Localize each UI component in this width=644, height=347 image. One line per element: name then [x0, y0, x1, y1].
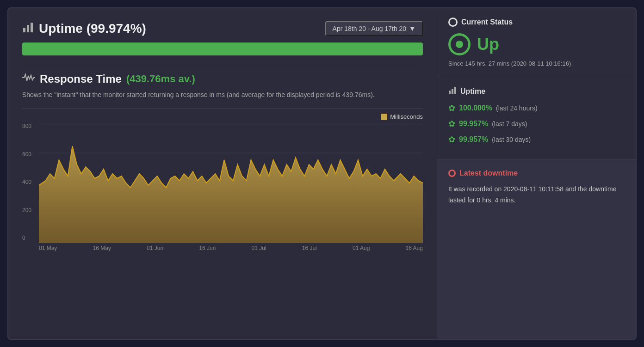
- chart-container: Milliseconds 800 600 400 200 0: [22, 108, 423, 251]
- status-up-icon: [448, 33, 471, 55]
- current-status-title-row: Current Status: [448, 18, 625, 27]
- status-up-row: Up: [448, 33, 625, 55]
- y-label-200: 200: [22, 207, 37, 213]
- stat-period-2: (last 30 days): [492, 136, 531, 143]
- legend-label: Milliseconds: [390, 113, 423, 120]
- y-label-800: 800: [22, 123, 37, 129]
- y-label-600: 600: [22, 151, 37, 158]
- svg-marker-8: [39, 146, 423, 243]
- response-avg: (439.76ms av.): [126, 73, 195, 85]
- date-range-selector[interactable]: Apr 18th 20 - Aug 17th 20 ▼: [325, 21, 423, 36]
- green-star-0: ✿: [448, 103, 455, 113]
- svg-rect-1: [27, 25, 29, 32]
- bar-chart-icon: [22, 21, 34, 36]
- svg-rect-9: [449, 91, 451, 94]
- svg-rect-10: [452, 89, 453, 94]
- uptime-stats-section: Uptime ✿ 100.000% (last 24 hours) ✿ 99.9…: [437, 77, 636, 160]
- uptime-stat-row-2: ✿ 99.957% (last 30 days): [448, 134, 625, 145]
- status-up-text: Up: [477, 35, 499, 54]
- x-label-16aug: 16 Aug: [406, 245, 423, 251]
- current-status-title: Current Status: [461, 18, 513, 26]
- uptime-bar-icon-right: [448, 86, 457, 97]
- right-panel: Current Status Up Since 145 hrs, 27 mins…: [437, 8, 636, 339]
- uptime-header: Uptime (99.974%) Apr 18th 20 - Aug 17th …: [22, 21, 423, 36]
- svg-rect-11: [454, 87, 456, 94]
- downtime-dot-icon: [448, 170, 456, 177]
- current-status-section: Current Status Up Since 145 hrs, 27 mins…: [437, 8, 636, 77]
- uptime-stat-row-0: ✿ 100.000% (last 24 hours): [448, 103, 625, 113]
- x-label-16may: 16 May: [93, 245, 111, 251]
- uptime-bar: [22, 43, 423, 55]
- response-icon: [22, 73, 35, 85]
- stat-pct-1: 99.957%: [459, 120, 488, 128]
- uptime-title-group: Uptime (99.974%): [22, 21, 146, 36]
- x-label-01jul: 01 Jul: [252, 245, 266, 251]
- x-label-01may: 01 May: [39, 245, 57, 251]
- chart-svg: [39, 123, 423, 243]
- x-label-01aug: 01 Aug: [353, 245, 370, 251]
- uptime-stats-title-row: Uptime: [448, 86, 625, 97]
- stat-pct-0: 100.000%: [459, 104, 492, 112]
- uptime-bar-fill: [22, 43, 423, 55]
- date-range-text: Apr 18th 20 - Aug 17th 20: [333, 25, 407, 32]
- uptime-stats-title: Uptime: [460, 87, 485, 96]
- uptime-title: Uptime (99.974%): [39, 21, 146, 36]
- status-since: Since 145 hrs, 27 mins (2020-08-11 10:16…: [448, 60, 571, 67]
- svg-rect-2: [31, 23, 33, 32]
- stat-period-0: (last 24 hours): [496, 104, 537, 112]
- chart-svg-wrapper: 800 600 400 200 0: [22, 123, 423, 243]
- main-container: Uptime (99.974%) Apr 18th 20 - Aug 17th …: [7, 7, 637, 340]
- legend-box: [381, 114, 387, 120]
- stat-period-1: (last 7 days): [492, 120, 527, 128]
- latest-downtime-section: Latest downtime It was recorded on 2020-…: [437, 160, 636, 339]
- downtime-title: Latest downtime: [459, 169, 518, 177]
- x-label-16jul: 16 Jul: [302, 245, 317, 251]
- y-axis-labels: 800 600 400 200 0: [22, 123, 37, 243]
- response-title: Response Time: [40, 73, 122, 85]
- svg-rect-0: [23, 28, 25, 32]
- response-desc: Shows the "instant" that the monitor sta…: [22, 90, 423, 100]
- x-axis-labels: 01 May 16 May 01 Jun 16 Jun 01 Jul 16 Ju…: [39, 245, 423, 251]
- date-range-arrow: ▼: [409, 25, 415, 32]
- chart-legend: Milliseconds: [22, 113, 423, 120]
- stat-pct-2: 99.957%: [459, 135, 488, 144]
- uptime-stat-row-1: ✿ 99.957% (last 7 days): [448, 119, 625, 129]
- green-star-2: ✿: [448, 134, 455, 145]
- y-label-0: 0: [22, 235, 37, 241]
- status-dot-ring-icon: [448, 18, 458, 27]
- downtime-title-row: Latest downtime: [448, 169, 625, 177]
- status-up-inner-dot: [456, 41, 463, 48]
- chart-area: [39, 123, 423, 243]
- x-label-16jun: 16 Jun: [199, 245, 216, 251]
- x-label-01jun: 01 Jun: [147, 245, 163, 251]
- green-star-1: ✿: [448, 119, 455, 129]
- left-panel: Uptime (99.974%) Apr 18th 20 - Aug 17th …: [8, 8, 437, 339]
- downtime-desc: It was recorded on 2020-08-11 10:11:58 a…: [448, 184, 625, 206]
- y-label-400: 400: [22, 179, 37, 185]
- divider-1: [22, 64, 423, 64]
- response-header: Response Time (439.76ms av.): [22, 73, 423, 85]
